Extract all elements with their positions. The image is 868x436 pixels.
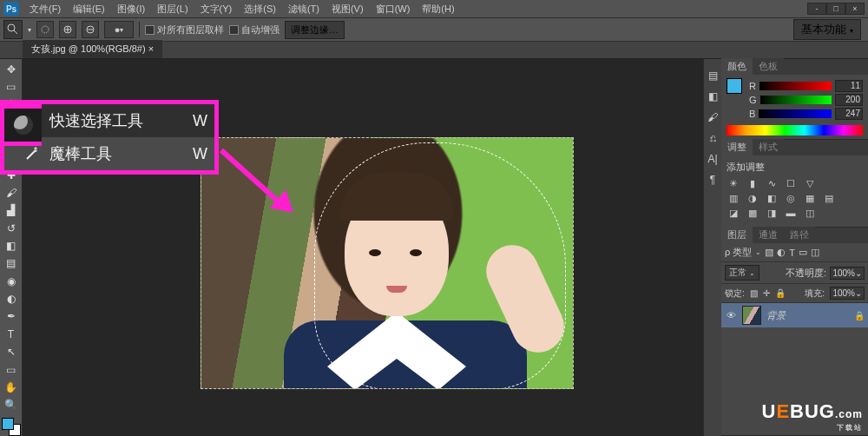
minimize-button[interactable]: ‐	[807, 3, 826, 15]
foreground-color-chip[interactable]	[727, 78, 742, 94]
menu-edit[interactable]: 编辑(E)	[68, 1, 110, 17]
layer-row-background[interactable]: 👁 背景 🔒	[721, 303, 868, 327]
workspace-switcher[interactable]: 基本功能 ▾	[793, 19, 861, 40]
path-selection-tool[interactable]: ↖	[2, 344, 21, 360]
color-spectrum[interactable]	[727, 125, 863, 135]
layers-tab[interactable]: 图层	[721, 227, 753, 243]
adjustments-tab[interactable]: 调整	[721, 139, 753, 155]
opacity-value[interactable]: 100%⌄	[830, 267, 865, 280]
menu-filter[interactable]: 滤镜(T)	[283, 1, 325, 17]
adjustment-row-2: ▥ ◑ ◧ ◎ ▦ ▤	[727, 192, 863, 204]
filter-pixel-icon[interactable]: ▧	[765, 247, 773, 258]
lock-all-icon[interactable]: 🔒	[775, 288, 786, 298]
foreground-color-swatch[interactable]	[2, 418, 14, 430]
dodge-tool[interactable]: ◐	[2, 290, 21, 307]
clone-stamp-tool[interactable]: ▟	[2, 202, 21, 219]
add-to-selection-button[interactable]	[59, 21, 76, 38]
pen-tool[interactable]: ✒	[2, 308, 21, 325]
subtract-from-selection-button[interactable]	[82, 21, 99, 38]
type-tool[interactable]: T	[2, 326, 21, 342]
paragraph-panel-icon[interactable]: ¶	[710, 174, 715, 186]
properties-panel-icon[interactable]: ◧	[708, 90, 718, 102]
filter-smart-icon[interactable]: ◫	[811, 247, 819, 258]
refine-edge-button[interactable]: 调整边缘…	[285, 21, 345, 39]
marquee-tool[interactable]: ▭	[2, 78, 21, 95]
channel-mixer-icon[interactable]: ▦	[803, 192, 817, 204]
g-slider[interactable]	[760, 96, 832, 104]
document-tab[interactable]: 女孩.jpg @ 100%(RGB/8#) ×	[23, 39, 162, 58]
fill-value[interactable]: 100%⌄	[830, 287, 865, 300]
b-slider[interactable]	[759, 109, 832, 118]
posterize-icon[interactable]: ▩	[746, 207, 760, 219]
filter-adjust-icon[interactable]: ◐	[777, 247, 786, 258]
flyout-magic-wand-shortcut: W	[193, 145, 207, 163]
paths-tab[interactable]: 路径	[784, 227, 815, 243]
adjustments-panel: 调整 样式 添加调整 ☀ ▮ ∿ ☐ ▽ ▥ ◑ ◧	[721, 140, 868, 228]
flyout-magic-wand-label: 魔棒工具	[49, 143, 112, 164]
color-swatches[interactable]	[2, 418, 21, 436]
selective-color-icon[interactable]: ◫	[803, 207, 817, 219]
menu-select[interactable]: 选择(S)	[239, 1, 281, 17]
styles-tab[interactable]: 样式	[753, 139, 784, 155]
channels-tab[interactable]: 通道	[753, 227, 784, 243]
brush-picker[interactable]: ● ▾	[104, 21, 134, 38]
hand-tool[interactable]: ✋	[2, 379, 21, 395]
photo-filter-icon[interactable]: ◎	[784, 192, 798, 204]
sample-all-layers-checkbox[interactable]: 对所有图层取样	[145, 23, 224, 36]
history-panel-icon[interactable]: ▤	[708, 69, 718, 82]
character-panel-icon[interactable]: A|	[707, 153, 717, 165]
color-balance-icon[interactable]: ◑	[746, 192, 760, 204]
black-white-icon[interactable]: ◧	[765, 192, 779, 204]
menu-image[interactable]: 图像(I)	[112, 1, 150, 17]
app-logo: Ps	[3, 2, 19, 16]
menu-window[interactable]: 窗口(W)	[371, 1, 416, 17]
blend-mode-select[interactable]: 正常 ⌄	[725, 265, 760, 281]
layer-name[interactable]: 背景	[766, 309, 786, 322]
new-selection-button[interactable]	[36, 21, 54, 38]
gradient-map-icon[interactable]: ▬	[784, 207, 798, 219]
menu-layer[interactable]: 图层(L)	[152, 1, 193, 17]
shape-tool[interactable]: ▭	[2, 361, 21, 378]
svg-point-1	[42, 26, 49, 33]
move-tool[interactable]: ✥	[2, 61, 21, 77]
tool-preset-picker[interactable]	[3, 20, 23, 39]
history-brush-tool[interactable]: ↺	[2, 220, 21, 236]
lock-pixels-icon[interactable]: ▧	[750, 288, 758, 298]
g-value[interactable]: 200	[835, 94, 863, 106]
menu-help[interactable]: 帮助(H)	[417, 1, 459, 17]
clone-source-panel-icon[interactable]: ⎌	[710, 132, 716, 144]
menu-file[interactable]: 文件(F)	[24, 1, 66, 17]
gradient-tool[interactable]: ▤	[2, 255, 21, 272]
brush-tool[interactable]: 🖌	[2, 184, 21, 201]
lock-position-icon[interactable]: ✛	[763, 288, 770, 298]
color-tab[interactable]: 颜色	[721, 58, 753, 75]
auto-enhance-checkbox[interactable]: 自动增强	[229, 23, 279, 36]
menu-view[interactable]: 视图(V)	[326, 1, 369, 17]
dropdown-arrow-icon[interactable]: ▾	[28, 26, 31, 34]
exposure-icon[interactable]: ☐	[784, 177, 798, 189]
levels-icon[interactable]: ▮	[746, 177, 760, 189]
zoom-tool[interactable]: 🔍	[2, 397, 21, 413]
swatches-tab[interactable]: 色板	[753, 58, 784, 75]
menu-type[interactable]: 文字(Y)	[195, 1, 238, 17]
b-value[interactable]: 247	[835, 108, 863, 120]
layer-thumbnail[interactable]	[742, 306, 761, 325]
eraser-tool[interactable]: ◧	[2, 237, 21, 254]
filter-shape-icon[interactable]: ▭	[799, 247, 807, 258]
r-value[interactable]: 11	[835, 80, 863, 92]
filter-dropdown[interactable]: ⌄	[755, 248, 761, 256]
vibrance-icon[interactable]: ▽	[803, 177, 817, 189]
brightness-contrast-icon[interactable]: ☀	[727, 177, 740, 189]
maximize-button[interactable]: □	[826, 3, 845, 15]
close-button[interactable]: ×	[845, 3, 865, 15]
color-lookup-icon[interactable]: ▤	[822, 192, 836, 204]
hue-saturation-icon[interactable]: ▥	[727, 192, 740, 204]
invert-icon[interactable]: ◪	[727, 207, 740, 219]
r-slider[interactable]	[760, 82, 832, 90]
threshold-icon[interactable]: ◨	[765, 207, 779, 219]
brushes-panel-icon[interactable]: 🖌	[707, 111, 718, 123]
blur-tool[interactable]: ◉	[2, 273, 21, 289]
layer-visibility-icon[interactable]: 👁	[725, 310, 737, 320]
filter-type-icon[interactable]: T	[789, 248, 795, 258]
curves-icon[interactable]: ∿	[765, 177, 779, 189]
